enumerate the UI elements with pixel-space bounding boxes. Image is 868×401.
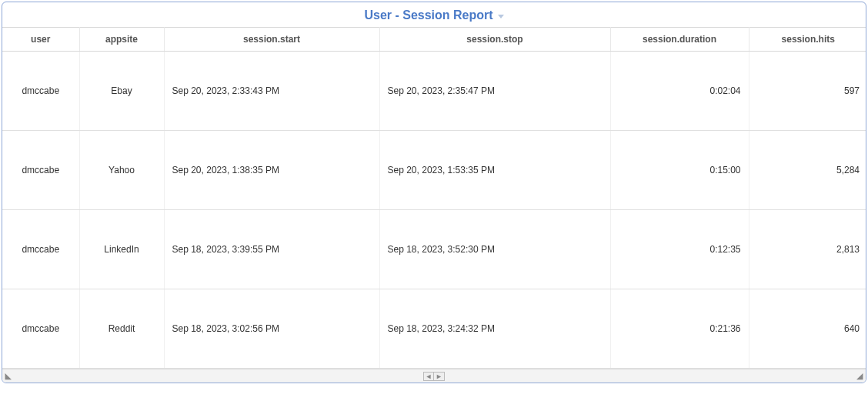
cell-user: dmccabe <box>2 210 79 289</box>
cell-duration: 0:15:00 <box>610 131 749 210</box>
col-header-hits[interactable]: session.hits <box>749 28 866 52</box>
cell-appsite: Yahoo <box>79 131 164 210</box>
cell-stop: Sep 20, 2023, 2:35:47 PM <box>379 52 610 131</box>
col-header-user[interactable]: user <box>2 28 79 52</box>
col-header-start[interactable]: session.start <box>164 28 379 52</box>
col-header-stop[interactable]: session.stop <box>379 28 610 52</box>
table-row[interactable]: dmccabeRedditSep 18, 2023, 3:02:56 PMSep… <box>2 289 866 369</box>
cell-appsite: LinkedIn <box>79 210 164 289</box>
panel-header[interactable]: User - Session Report <box>2 2 866 27</box>
cell-appsite: Reddit <box>79 289 164 369</box>
cell-start: Sep 18, 2023, 3:02:56 PM <box>164 289 379 369</box>
resize-handle-right-icon[interactable]: ◢ <box>856 371 863 381</box>
session-table: user appsite session.start session.stop … <box>2 27 866 369</box>
table-row[interactable]: dmccabeEbaySep 20, 2023, 2:33:43 PMSep 2… <box>2 52 866 131</box>
cell-start: Sep 20, 2023, 2:33:43 PM <box>164 52 379 131</box>
cell-appsite: Ebay <box>79 52 164 131</box>
cell-hits: 640 <box>749 289 866 369</box>
table-header-row: user appsite session.start session.stop … <box>2 28 866 52</box>
chevron-down-icon[interactable] <box>498 15 504 18</box>
footer-bar: ◢ ◄ ► ◢ <box>2 369 866 383</box>
pagination-nav: ◄ ► <box>423 372 445 381</box>
cell-duration: 0:21:36 <box>610 289 749 369</box>
panel-title: User - Session Report <box>364 8 492 22</box>
col-header-duration[interactable]: session.duration <box>610 28 749 52</box>
cell-stop: Sep 18, 2023, 3:52:30 PM <box>379 210 610 289</box>
page-next-button[interactable]: ► <box>434 372 445 381</box>
cell-user: dmccabe <box>2 131 79 210</box>
cell-user: dmccabe <box>2 289 79 369</box>
cell-user: dmccabe <box>2 52 79 131</box>
report-panel: User - Session Report user appsite sessi… <box>2 2 866 383</box>
cell-duration: 0:02:04 <box>610 52 749 131</box>
resize-handle-left-icon[interactable]: ◢ <box>5 371 12 381</box>
cell-start: Sep 18, 2023, 3:39:55 PM <box>164 210 379 289</box>
cell-hits: 2,813 <box>749 210 866 289</box>
table-row[interactable]: dmccabeYahooSep 20, 2023, 1:38:35 PMSep … <box>2 131 866 210</box>
col-header-appsite[interactable]: appsite <box>79 28 164 52</box>
page-prev-button[interactable]: ◄ <box>423 372 434 381</box>
cell-hits: 597 <box>749 52 866 131</box>
table-row[interactable]: dmccabeLinkedInSep 18, 2023, 3:39:55 PMS… <box>2 210 866 289</box>
cell-start: Sep 20, 2023, 1:38:35 PM <box>164 131 379 210</box>
cell-stop: Sep 18, 2023, 3:24:32 PM <box>379 289 610 369</box>
cell-hits: 5,284 <box>749 131 866 210</box>
cell-duration: 0:12:35 <box>610 210 749 289</box>
cell-stop: Sep 20, 2023, 1:53:35 PM <box>379 131 610 210</box>
